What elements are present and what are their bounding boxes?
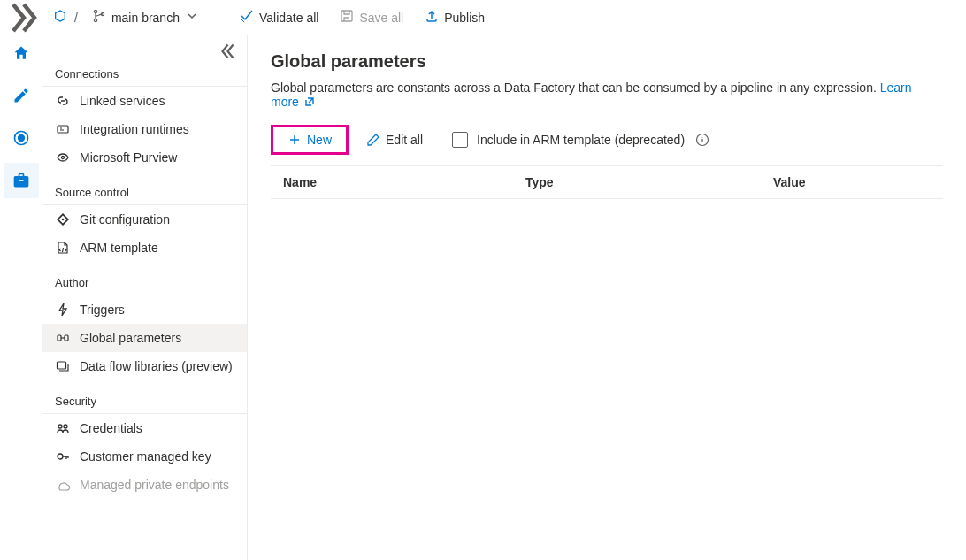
sidebar-item-label: Triggers (80, 303, 125, 317)
sidebar-group-security: Security (42, 387, 247, 414)
col-header-name: Name (278, 175, 525, 189)
sidebar-item-dataflow-libraries[interactable]: Data flow libraries (preview) (42, 352, 247, 380)
key-icon (55, 449, 71, 464)
save-all-button: Save all (331, 5, 412, 29)
svg-point-16 (58, 454, 63, 459)
validate-icon (240, 9, 254, 26)
col-header-value: Value (773, 175, 936, 189)
new-button[interactable]: New (271, 125, 349, 155)
arm-template-checkbox[interactable] (452, 132, 468, 148)
rail-manage[interactable] (4, 163, 39, 198)
svg-marker-3 (56, 11, 65, 21)
sidebar-item-global-parameters[interactable]: Global parameters (42, 324, 247, 352)
validate-label: Validate all (259, 11, 318, 25)
sidebar-group-source-control: Source control (42, 179, 247, 205)
save-label: Save all (359, 11, 403, 25)
divider (441, 130, 441, 150)
page-description-text: Global parameters are constants across a… (271, 81, 877, 95)
new-label: New (307, 133, 332, 147)
sidebar-item-integration-runtimes[interactable]: Integration runtimes (42, 115, 247, 143)
svg-rect-7 (341, 11, 352, 21)
sidebar-item-label: Data flow libraries (preview) (80, 359, 233, 373)
sidebar-item-triggers[interactable]: Triggers (42, 295, 247, 324)
branch-icon (92, 9, 106, 26)
git-icon (55, 212, 71, 226)
sidebar-item-label: Git configuration (80, 212, 170, 226)
sidebar-group-author: Author (42, 269, 247, 295)
page-title: Global parameters (271, 51, 943, 72)
publish-button[interactable]: Publish (416, 5, 494, 29)
sidebar-item-label: Credentials (80, 421, 142, 435)
info-icon[interactable] (695, 133, 709, 147)
trigger-icon (55, 303, 71, 317)
branch-picker[interactable]: main branch (85, 5, 206, 29)
purview-icon (55, 150, 71, 165)
sidebar-item-label: Global parameters (80, 331, 181, 345)
sidebar-item-label: Integration runtimes (80, 122, 189, 136)
svg-point-10 (62, 219, 65, 221)
sidebar-item-label: Managed private endpoints (80, 478, 229, 492)
sidebar-item-arm-template[interactable]: ARM template (42, 234, 247, 262)
plus-icon (288, 133, 302, 147)
sidebar-item-credentials[interactable]: Credentials (42, 414, 247, 442)
svg-rect-11 (58, 335, 61, 341)
sidebar-item-label: Microsoft Purview (80, 150, 177, 165)
integration-runtimes-icon (55, 122, 71, 136)
svg-rect-8 (58, 126, 68, 133)
svg-point-4 (94, 10, 96, 12)
svg-point-5 (94, 19, 96, 21)
endpoints-icon (55, 478, 71, 492)
params-table-header: Name Type Value (271, 165, 943, 199)
svg-point-1 (18, 135, 24, 142)
svg-rect-2 (19, 180, 23, 181)
publish-icon (425, 9, 439, 26)
pencil-icon (366, 133, 380, 147)
col-header-type: Type (525, 175, 773, 189)
sidebar-item-purview[interactable]: Microsoft Purview (42, 143, 247, 172)
edit-all-button[interactable]: Edit all (359, 127, 430, 152)
branch-label: main branch (111, 11, 180, 25)
sidebar-item-private-endpoints: Managed private endpoints (42, 471, 247, 499)
credentials-icon (55, 421, 71, 435)
save-icon (340, 9, 354, 26)
linked-services-icon (55, 94, 71, 108)
rail-home[interactable] (4, 35, 39, 71)
collapse-sidebar-button[interactable] (218, 41, 240, 62)
svg-point-15 (64, 425, 67, 428)
sidebar-item-linked-services[interactable]: Linked services (42, 87, 247, 115)
datafactory-icon (53, 9, 67, 26)
sidebar-item-label: Linked services (80, 94, 165, 108)
sidebar-item-label: Customer managed key (80, 449, 211, 464)
global-params-icon (55, 331, 71, 345)
sidebar-item-customer-key[interactable]: Customer managed key (42, 442, 247, 471)
chevron-down-icon (185, 9, 199, 26)
svg-rect-12 (65, 335, 68, 341)
edit-all-label: Edit all (386, 133, 423, 147)
arm-template-checkbox-label: Include in ARM template (deprecated) (477, 133, 685, 147)
expand-rail-button[interactable] (0, 4, 42, 32)
sidebar-item-git-config[interactable]: Git configuration (42, 205, 247, 234)
sidebar-group-connections: Connections (42, 60, 247, 87)
rail-author[interactable] (4, 78, 39, 113)
breadcrumb-separator: / (74, 11, 78, 25)
arm-template-icon (55, 241, 71, 255)
svg-rect-13 (58, 362, 66, 369)
external-link-icon (304, 96, 315, 107)
sidebar-item-label: ARM template (80, 241, 158, 255)
validate-all-button[interactable]: Validate all (231, 5, 327, 29)
svg-point-14 (58, 425, 62, 428)
dataflow-icon (55, 359, 71, 373)
page-description: Global parameters are constants across a… (271, 81, 943, 109)
publish-label: Publish (444, 11, 485, 25)
rail-monitor[interactable] (4, 120, 39, 156)
svg-point-9 (62, 157, 65, 159)
